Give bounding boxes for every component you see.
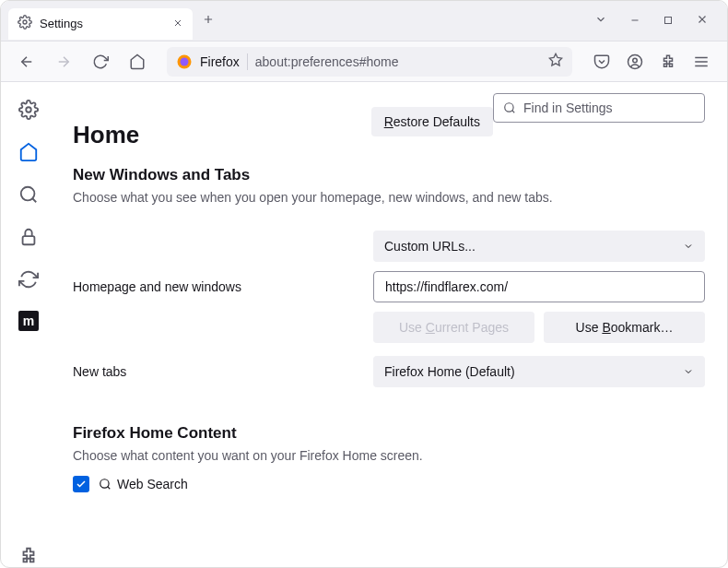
minimize-icon[interactable] — [629, 13, 640, 30]
websearch-label: Web Search — [99, 477, 188, 491]
settings-main: Home Restore Defaults New Windows and Ta… — [56, 82, 727, 567]
use-bookmark-button[interactable]: Use Bookmark… — [544, 312, 705, 343]
browser-tab[interactable]: Settings — [8, 8, 193, 40]
homepage-label-text: Homepage and new windows — [73, 279, 358, 294]
extensions-icon[interactable] — [653, 47, 683, 77]
sidebar-mozilla-icon[interactable]: m — [18, 311, 39, 331]
svg-point-20 — [21, 187, 35, 201]
svg-point-25 — [100, 479, 109, 488]
sidebar-sync-icon[interactable] — [18, 268, 40, 290]
maximize-icon[interactable] — [663, 13, 674, 30]
homepage-select[interactable]: Custom URLs... — [373, 231, 705, 262]
settings-search-input[interactable] — [523, 101, 695, 115]
window-close-icon[interactable] — [696, 13, 709, 30]
sidebar-home-icon[interactable] — [18, 141, 40, 163]
pocket-icon[interactable] — [587, 47, 616, 77]
page-title: Home — [73, 93, 139, 149]
svg-line-24 — [512, 111, 515, 113]
back-button[interactable] — [12, 47, 41, 77]
url-text: about:preferences#home — [255, 54, 541, 69]
chevron-down-icon — [683, 366, 694, 377]
svg-point-19 — [26, 107, 31, 112]
svg-rect-22 — [23, 236, 35, 244]
section-description: Choose what you see when you open your h… — [73, 190, 705, 205]
svg-line-26 — [108, 487, 111, 490]
settings-search[interactable] — [493, 93, 705, 123]
chevron-down-icon[interactable] — [594, 13, 607, 30]
websearch-checkbox[interactable] — [73, 476, 89, 492]
restore-defaults-button[interactable]: Restore Defaults — [371, 107, 493, 136]
section-title: New Windows and Tabs — [73, 166, 705, 184]
url-bar[interactable]: Firefox about:preferences#home — [167, 47, 572, 77]
nav-toolbar: Firefox about:preferences#home — [1, 41, 727, 82]
homepage-url-input[interactable] — [373, 271, 705, 302]
forward-button[interactable] — [49, 47, 78, 77]
url-brand: Firefox — [200, 54, 240, 69]
gear-icon — [18, 15, 32, 33]
menu-icon[interactable] — [687, 47, 716, 77]
svg-line-21 — [32, 198, 36, 202]
svg-point-12 — [181, 57, 189, 65]
settings-sidebar: m — [1, 82, 56, 567]
account-icon[interactable] — [620, 47, 650, 77]
home-button[interactable] — [123, 47, 152, 77]
window-controls — [594, 13, 720, 30]
svg-point-15 — [633, 58, 638, 63]
check-icon — [76, 479, 87, 490]
newtabs-select[interactable]: Firefox Home (Default) — [373, 356, 705, 387]
search-icon — [503, 101, 516, 114]
svg-point-0 — [23, 20, 27, 24]
titlebar: Settings — [1, 1, 727, 41]
svg-marker-13 — [549, 53, 561, 65]
bookmark-star-icon[interactable] — [548, 53, 563, 71]
chevron-down-icon — [683, 241, 694, 252]
divider — [247, 53, 248, 70]
sidebar-search-icon[interactable] — [18, 183, 40, 206]
svg-point-23 — [505, 103, 513, 112]
use-current-pages-button[interactable]: Use Current Pages — [373, 312, 534, 343]
sidebar-privacy-icon[interactable] — [18, 226, 40, 248]
newtabs-label: New tabs — [73, 364, 358, 379]
new-tab-button[interactable] — [202, 13, 215, 30]
section2-title: Firefox Home Content — [73, 424, 705, 443]
search-icon — [99, 478, 112, 491]
sidebar-extensions-icon[interactable] — [18, 545, 40, 567]
sidebar-general-icon[interactable] — [18, 99, 40, 121]
svg-rect-6 — [665, 17, 672, 23]
reload-button[interactable] — [86, 47, 115, 77]
tab-title: Settings — [40, 17, 165, 30]
firefox-icon — [176, 53, 193, 70]
close-icon[interactable] — [172, 16, 183, 32]
section2-description: Choose what content you want on your Fir… — [73, 448, 705, 463]
